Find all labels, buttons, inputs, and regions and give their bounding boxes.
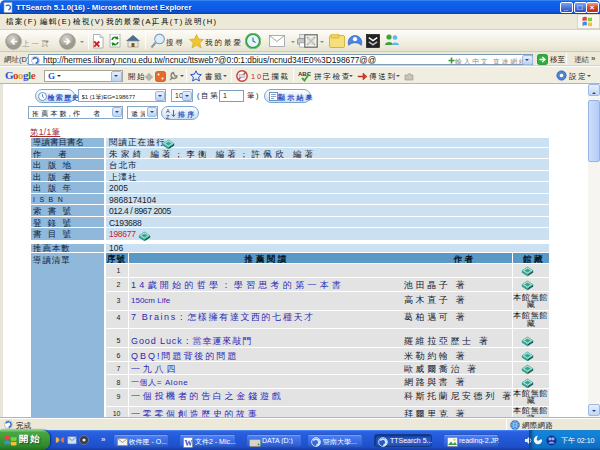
- svg-text:ABC: ABC: [298, 71, 312, 77]
- svg-text:W: W: [185, 438, 193, 447]
- svg-text:Z: Z: [166, 114, 170, 120]
